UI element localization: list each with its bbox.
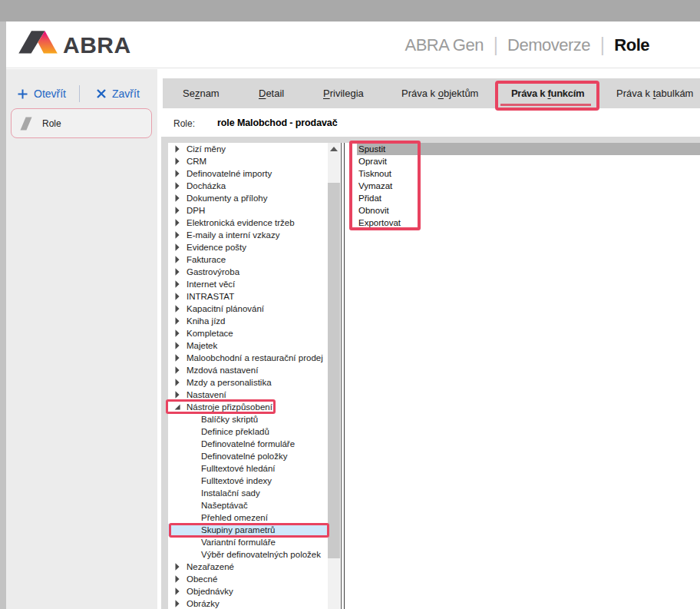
tree-item[interactable]: Kapacitní plánování: [168, 303, 328, 315]
tree-item[interactable]: Nezařazené: [168, 561, 328, 573]
collapse-triangle-icon[interactable]: [173, 379, 181, 386]
tree-item[interactable]: Internet věcí: [168, 278, 328, 290]
close-x-icon: [97, 89, 106, 98]
collapse-triangle-icon[interactable]: [173, 366, 181, 374]
tree-item[interactable]: Docházka: [168, 180, 328, 192]
tree-item[interactable]: Přehled omezení: [168, 511, 328, 524]
tree-item[interactable]: Fulltextové hledání: [168, 462, 328, 475]
tree-item[interactable]: Definovatelné formuláře: [168, 438, 328, 450]
tree-item[interactable]: Fakturace: [168, 253, 328, 266]
tree-item[interactable]: Našeptávač: [168, 499, 328, 511]
function-list-item[interactable]: Přidat: [345, 192, 700, 204]
tree-item[interactable]: Nastavení: [168, 389, 328, 401]
tree-item[interactable]: Variantní formuláře: [168, 536, 328, 548]
tree-item[interactable]: INTRASTAT: [168, 290, 328, 303]
collapse-triangle-icon[interactable]: [173, 587, 181, 595]
tree-item[interactable]: Definovatelné importy: [168, 167, 328, 180]
collapse-triangle-icon[interactable]: [173, 391, 181, 399]
tab-seznam[interactable]: Seznam: [164, 78, 238, 108]
collapse-triangle-icon[interactable]: [173, 329, 181, 337]
tree-item[interactable]: Balíčky skriptů: [168, 413, 328, 425]
tree-item[interactable]: DPH: [168, 204, 328, 217]
expand-triangle-icon[interactable]: [173, 403, 181, 411]
tab-label-post: nam: [200, 88, 219, 99]
tree-item[interactable]: Gastrovýroba: [168, 266, 328, 278]
tab-label: Detail: [259, 88, 284, 99]
tab-prava-k-objektum[interactable]: Práva k objektům: [383, 78, 497, 108]
scrollbar-thumb[interactable]: [328, 183, 340, 558]
tree-item[interactable]: Cizí měny: [168, 143, 328, 155]
agenda-title: Role: [614, 35, 649, 55]
agenda-tree-panel: Cizí měny CRM Definovatelné importy Doch…: [168, 143, 342, 609]
collapse-triangle-icon[interactable]: [173, 170, 181, 177]
tree-item[interactable]: Kompletace: [168, 327, 328, 339]
tree-item[interactable]: Definice překladů: [168, 425, 328, 438]
tree-item[interactable]: Výběr definovatelných položek: [168, 548, 328, 561]
window-title: ABRA Gen | Demoverze | Role: [405, 22, 650, 68]
tab-accesskey-letter: o: [438, 88, 444, 99]
tab-detail[interactable]: Detail: [240, 78, 302, 108]
collapse-triangle-icon[interactable]: [173, 354, 181, 362]
tree-item[interactable]: Skupiny parametrů: [168, 524, 328, 536]
collapse-triangle-icon[interactable]: [173, 219, 181, 227]
tree-item[interactable]: Instalační sady: [168, 487, 328, 499]
tab-prava-k-funkcim[interactable]: Práva k funkcím: [493, 78, 603, 108]
open-agenda-button[interactable]: Otevřít: [18, 88, 66, 100]
function-list-item[interactable]: Exportovat: [345, 217, 700, 229]
close-agenda-button[interactable]: Zavřít: [97, 88, 140, 100]
tree-item[interactable]: Nástroje přizpůsobení: [168, 401, 328, 413]
edition-label: Demoverze: [507, 35, 590, 55]
tree-item[interactable]: Obrázky: [168, 597, 328, 609]
collapse-triangle-icon[interactable]: [173, 243, 181, 251]
collapse-triangle-icon[interactable]: [173, 157, 181, 165]
collapse-triangle-icon[interactable]: [173, 182, 181, 190]
tab-label-post: etail: [266, 88, 284, 99]
tree-item[interactable]: Fulltextové indexy: [168, 475, 328, 487]
sidebar-item-role[interactable]: Role: [11, 108, 152, 138]
function-list-item[interactable]: Spustit: [345, 143, 700, 155]
collapse-triangle-icon[interactable]: [173, 575, 181, 583]
tab-label-post: rivilegia: [330, 88, 364, 99]
collapse-triangle-icon[interactable]: [173, 305, 181, 313]
collapse-triangle-icon[interactable]: [173, 280, 181, 288]
tree-item[interactable]: Majetek: [168, 339, 328, 352]
tree-item[interactable]: Definovatelné položky: [168, 450, 328, 462]
tree-item[interactable]: Evidence pošty: [168, 241, 328, 253]
tree-item[interactable]: Obecné: [168, 573, 328, 585]
tree-item[interactable]: E-maily a interní vzkazy: [168, 229, 328, 241]
function-list-item[interactable]: Vymazat: [345, 180, 700, 192]
function-list-item[interactable]: Tisknout: [345, 167, 700, 180]
tree-item[interactable]: Objednávky: [168, 585, 328, 597]
tree-item[interactable]: Kniha jízd: [168, 315, 328, 327]
tree-scrollbar[interactable]: [328, 143, 340, 609]
collapse-triangle-icon[interactable]: [173, 194, 181, 202]
collapse-triangle-icon[interactable]: [173, 207, 181, 214]
tree-item[interactable]: CRM: [168, 155, 328, 167]
tab-label-post: abulkám: [655, 88, 693, 99]
tree-item[interactable]: Maloobchodní a restaurační prodej: [168, 352, 328, 364]
collapse-triangle-icon[interactable]: [173, 145, 181, 153]
collapse-triangle-icon[interactable]: [173, 342, 181, 349]
collapse-triangle-icon[interactable]: [173, 317, 181, 325]
collapse-triangle-icon[interactable]: [173, 293, 181, 300]
title-separator: |: [494, 34, 497, 57]
tree-item[interactable]: Mzdy a personalistika: [168, 376, 328, 389]
function-list-item[interactable]: Obnovit: [345, 204, 700, 217]
tab-privilegia[interactable]: Privilegia: [305, 78, 382, 108]
tree-item[interactable]: Dokumenty a přílohy: [168, 192, 328, 204]
collapse-triangle-icon[interactable]: [173, 256, 181, 263]
tab-bar: Seznam Detail Privilegia Práva k objektů…: [163, 78, 700, 108]
role-header-row: Role: role Malobchod - prodavač: [163, 108, 700, 137]
collapse-triangle-icon[interactable]: [173, 268, 181, 276]
scrollbar-up-button[interactable]: [328, 143, 340, 155]
collapse-triangle-icon[interactable]: [173, 231, 181, 239]
tree-item[interactable]: Mzdová nastavení: [168, 364, 328, 376]
collapse-triangle-icon[interactable]: [173, 563, 181, 571]
tab-label: Práva k funkcím: [511, 88, 584, 99]
tab-prava-k-tabulkam[interactable]: Práva k tabulkám: [598, 78, 700, 108]
desktop-background-strip: [0, 0, 700, 22]
tree-item[interactable]: Elektronická evidence tržeb: [168, 217, 328, 229]
tab-label: Privilegia: [323, 88, 364, 99]
function-list-item[interactable]: Opravit: [345, 155, 700, 167]
collapse-triangle-icon[interactable]: [173, 600, 181, 607]
